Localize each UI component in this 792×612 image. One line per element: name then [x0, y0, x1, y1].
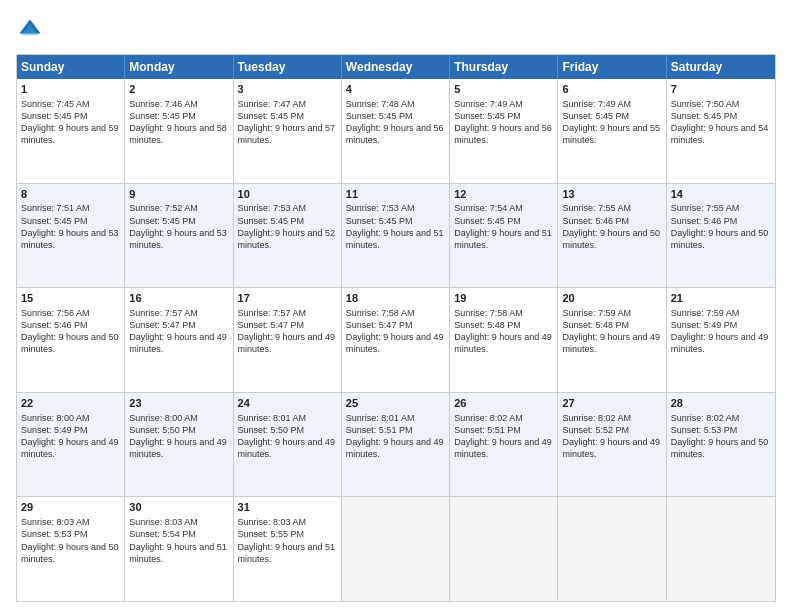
sunset-30: Sunset: 5:54 PM: [129, 529, 196, 539]
day-number-7: 7: [671, 82, 771, 97]
day-number-6: 6: [562, 82, 661, 97]
week-row-4: 22Sunrise: 8:00 AMSunset: 5:49 PMDayligh…: [17, 392, 775, 497]
header-day-saturday: Saturday: [667, 55, 775, 79]
day-number-9: 9: [129, 187, 228, 202]
daylight-26: Daylight: 9 hours and 49 minutes.: [454, 437, 552, 459]
day-number-21: 21: [671, 291, 771, 306]
empty-cell: [558, 497, 666, 601]
sunrise-26: Sunrise: 8:02 AM: [454, 413, 523, 423]
daylight-17: Daylight: 9 hours and 49 minutes.: [238, 332, 336, 354]
week-row-2: 8Sunrise: 7:51 AMSunset: 5:45 PMDaylight…: [17, 183, 775, 288]
sunrise-5: Sunrise: 7:49 AM: [454, 99, 523, 109]
daylight-21: Daylight: 9 hours and 49 minutes.: [671, 332, 769, 354]
sunrise-21: Sunrise: 7:59 AM: [671, 308, 740, 318]
daylight-5: Daylight: 9 hours and 56 minutes.: [454, 123, 552, 145]
day-cell-4: 4Sunrise: 7:48 AMSunset: 5:45 PMDaylight…: [342, 79, 450, 183]
daylight-6: Daylight: 9 hours and 55 minutes.: [562, 123, 660, 145]
daylight-16: Daylight: 9 hours and 49 minutes.: [129, 332, 227, 354]
sunrise-27: Sunrise: 8:02 AM: [562, 413, 631, 423]
header-day-thursday: Thursday: [450, 55, 558, 79]
calendar-header: SundayMondayTuesdayWednesdayThursdayFrid…: [17, 55, 775, 79]
sunset-19: Sunset: 5:48 PM: [454, 320, 521, 330]
daylight-29: Daylight: 9 hours and 50 minutes.: [21, 542, 119, 564]
sunrise-4: Sunrise: 7:48 AM: [346, 99, 415, 109]
sunrise-19: Sunrise: 7:58 AM: [454, 308, 523, 318]
day-cell-27: 27Sunrise: 8:02 AMSunset: 5:52 PMDayligh…: [558, 393, 666, 497]
day-cell-16: 16Sunrise: 7:57 AMSunset: 5:47 PMDayligh…: [125, 288, 233, 392]
sunrise-3: Sunrise: 7:47 AM: [238, 99, 307, 109]
sunset-20: Sunset: 5:48 PM: [562, 320, 629, 330]
sunset-24: Sunset: 5:50 PM: [238, 425, 305, 435]
empty-cell: [450, 497, 558, 601]
sunrise-28: Sunrise: 8:02 AM: [671, 413, 740, 423]
day-cell-3: 3Sunrise: 7:47 AMSunset: 5:45 PMDaylight…: [234, 79, 342, 183]
day-number-31: 31: [238, 500, 337, 515]
sunset-10: Sunset: 5:45 PM: [238, 216, 305, 226]
day-cell-12: 12Sunrise: 7:54 AMSunset: 5:45 PMDayligh…: [450, 184, 558, 288]
day-cell-23: 23Sunrise: 8:00 AMSunset: 5:50 PMDayligh…: [125, 393, 233, 497]
daylight-12: Daylight: 9 hours and 51 minutes.: [454, 228, 552, 250]
sunset-31: Sunset: 5:55 PM: [238, 529, 305, 539]
day-cell-24: 24Sunrise: 8:01 AMSunset: 5:50 PMDayligh…: [234, 393, 342, 497]
daylight-1: Daylight: 9 hours and 59 minutes.: [21, 123, 119, 145]
day-cell-2: 2Sunrise: 7:46 AMSunset: 5:45 PMDaylight…: [125, 79, 233, 183]
sunrise-18: Sunrise: 7:58 AM: [346, 308, 415, 318]
day-cell-5: 5Sunrise: 7:49 AMSunset: 5:45 PMDaylight…: [450, 79, 558, 183]
day-number-13: 13: [562, 187, 661, 202]
day-cell-8: 8Sunrise: 7:51 AMSunset: 5:45 PMDaylight…: [17, 184, 125, 288]
sunset-9: Sunset: 5:45 PM: [129, 216, 196, 226]
day-number-30: 30: [129, 500, 228, 515]
day-cell-13: 13Sunrise: 7:55 AMSunset: 5:46 PMDayligh…: [558, 184, 666, 288]
sunset-25: Sunset: 5:51 PM: [346, 425, 413, 435]
sunrise-25: Sunrise: 8:01 AM: [346, 413, 415, 423]
header-day-wednesday: Wednesday: [342, 55, 450, 79]
empty-cell: [667, 497, 775, 601]
day-cell-17: 17Sunrise: 7:57 AMSunset: 5:47 PMDayligh…: [234, 288, 342, 392]
sunrise-6: Sunrise: 7:49 AM: [562, 99, 631, 109]
daylight-13: Daylight: 9 hours and 50 minutes.: [562, 228, 660, 250]
sunrise-24: Sunrise: 8:01 AM: [238, 413, 307, 423]
sunrise-16: Sunrise: 7:57 AM: [129, 308, 198, 318]
sunset-15: Sunset: 5:46 PM: [21, 320, 88, 330]
sunrise-30: Sunrise: 8:03 AM: [129, 517, 198, 527]
sunrise-8: Sunrise: 7:51 AM: [21, 203, 90, 213]
sunset-2: Sunset: 5:45 PM: [129, 111, 196, 121]
sunset-11: Sunset: 5:45 PM: [346, 216, 413, 226]
day-number-8: 8: [21, 187, 120, 202]
sunrise-10: Sunrise: 7:53 AM: [238, 203, 307, 213]
day-cell-19: 19Sunrise: 7:58 AMSunset: 5:48 PMDayligh…: [450, 288, 558, 392]
day-number-15: 15: [21, 291, 120, 306]
day-cell-9: 9Sunrise: 7:52 AMSunset: 5:45 PMDaylight…: [125, 184, 233, 288]
sunrise-22: Sunrise: 8:00 AM: [21, 413, 90, 423]
sunset-13: Sunset: 5:46 PM: [562, 216, 629, 226]
daylight-14: Daylight: 9 hours and 50 minutes.: [671, 228, 769, 250]
sunrise-23: Sunrise: 8:00 AM: [129, 413, 198, 423]
day-number-3: 3: [238, 82, 337, 97]
day-cell-28: 28Sunrise: 8:02 AMSunset: 5:53 PMDayligh…: [667, 393, 775, 497]
sunset-3: Sunset: 5:45 PM: [238, 111, 305, 121]
day-number-5: 5: [454, 82, 553, 97]
day-cell-31: 31Sunrise: 8:03 AMSunset: 5:55 PMDayligh…: [234, 497, 342, 601]
daylight-25: Daylight: 9 hours and 49 minutes.: [346, 437, 444, 459]
daylight-20: Daylight: 9 hours and 49 minutes.: [562, 332, 660, 354]
sunset-6: Sunset: 5:45 PM: [562, 111, 629, 121]
day-number-26: 26: [454, 396, 553, 411]
sunset-17: Sunset: 5:47 PM: [238, 320, 305, 330]
day-cell-20: 20Sunrise: 7:59 AMSunset: 5:48 PMDayligh…: [558, 288, 666, 392]
day-number-24: 24: [238, 396, 337, 411]
header: [16, 16, 776, 44]
sunrise-11: Sunrise: 7:53 AM: [346, 203, 415, 213]
day-cell-25: 25Sunrise: 8:01 AMSunset: 5:51 PMDayligh…: [342, 393, 450, 497]
daylight-7: Daylight: 9 hours and 54 minutes.: [671, 123, 769, 145]
sunset-4: Sunset: 5:45 PM: [346, 111, 413, 121]
logo-icon: [16, 16, 44, 44]
daylight-19: Daylight: 9 hours and 49 minutes.: [454, 332, 552, 354]
sunrise-31: Sunrise: 8:03 AM: [238, 517, 307, 527]
sunset-28: Sunset: 5:53 PM: [671, 425, 738, 435]
header-day-friday: Friday: [558, 55, 666, 79]
day-number-1: 1: [21, 82, 120, 97]
daylight-24: Daylight: 9 hours and 49 minutes.: [238, 437, 336, 459]
empty-cell: [342, 497, 450, 601]
day-number-16: 16: [129, 291, 228, 306]
sunset-5: Sunset: 5:45 PM: [454, 111, 521, 121]
